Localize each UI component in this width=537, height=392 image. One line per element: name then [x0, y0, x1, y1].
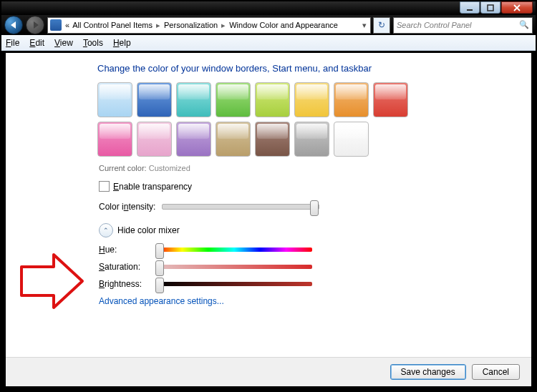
color-swatch-pumpkin[interactable]	[334, 82, 369, 117]
back-button[interactable]	[4, 16, 23, 34]
breadcrumb-sep-icon: ▸	[219, 21, 228, 30]
brightness-slider[interactable]	[156, 282, 312, 286]
color-swatch-violet[interactable]	[176, 122, 211, 157]
search-icon[interactable]: 🔍	[519, 20, 529, 30]
page-heading: Change the color of your window borders,…	[97, 63, 517, 74]
color-swatch-fuchsia[interactable]	[97, 122, 132, 157]
menu-file[interactable]: File	[6, 38, 19, 48]
menu-view[interactable]: View	[54, 38, 73, 48]
refresh-button[interactable]: ↻	[373, 17, 390, 34]
color-swatch-frost[interactable]	[334, 122, 369, 157]
transparency-checkbox[interactable]	[99, 181, 110, 192]
breadcrumb[interactable]: Personalization	[163, 21, 219, 29]
cancel-button[interactable]: Cancel	[472, 364, 520, 380]
mixer-toggle-label[interactable]: Hide color mixer	[117, 225, 180, 235]
mixer-toggle-button[interactable]: ⌃	[99, 223, 113, 237]
color-swatch-chocolate[interactable]	[255, 122, 290, 157]
refresh-icon: ↻	[378, 20, 385, 30]
color-swatch-twilight[interactable]	[137, 82, 172, 117]
color-swatch-sea[interactable]	[176, 82, 211, 117]
forward-button[interactable]	[26, 16, 44, 34]
address-bar[interactable]: « All Control Panel Items ▸ Personalizat…	[47, 17, 371, 34]
saturation-thumb[interactable]	[155, 260, 164, 276]
color-swatch-ruby[interactable]	[373, 82, 408, 117]
maximize-button[interactable]	[480, 1, 500, 14]
window-frame: « All Control Panel Items ▸ Personalizat…	[0, 0, 537, 392]
current-color-row: Current color: Customized	[99, 164, 517, 172]
back-arrow-icon	[11, 21, 16, 29]
content-area: Change the color of your window borders,…	[6, 53, 531, 358]
color-swatch-grid	[97, 82, 434, 157]
color-swatch-slate[interactable]	[294, 122, 329, 157]
breadcrumb-overflow[interactable]: «	[64, 21, 71, 29]
hue-thumb[interactable]	[155, 243, 164, 259]
breadcrumb[interactable]: All Control Panel Items	[71, 21, 154, 29]
search-placeholder: Search Control Panel	[397, 21, 472, 29]
save-changes-button[interactable]: Save changes	[390, 364, 466, 380]
close-button[interactable]	[501, 1, 533, 14]
current-color-value: Customized	[149, 164, 190, 172]
breadcrumb[interactable]: Window Color and Appearance	[228, 21, 339, 29]
intensity-slider[interactable]	[162, 204, 319, 210]
saturation-slider[interactable]	[156, 265, 312, 269]
menu-tools[interactable]: Tools	[83, 38, 103, 48]
search-input[interactable]: Search Control Panel 🔍	[393, 17, 533, 34]
color-swatch-sun[interactable]	[294, 82, 329, 117]
brightness-label: Brightness:	[99, 279, 152, 289]
color-swatch-lime[interactable]	[255, 82, 290, 117]
intensity-label: Color intensity:	[99, 202, 158, 212]
color-swatch-taupe[interactable]	[216, 122, 251, 157]
footer-bar: Save changes Cancel	[6, 357, 531, 386]
hue-label: Hue:	[99, 245, 152, 255]
nav-toolbar: « All Control Panel Items ▸ Personalizat…	[1, 15, 536, 35]
advanced-appearance-link[interactable]: Advanced appearance settings...	[99, 296, 517, 306]
transparency-label: Enable transparency	[113, 182, 192, 192]
hue-slider[interactable]	[156, 248, 312, 252]
svg-rect-1	[488, 5, 493, 11]
control-panel-icon	[50, 19, 62, 31]
titlebar[interactable]	[1, 1, 536, 15]
breadcrumb-sep-icon: ▸	[154, 21, 163, 30]
current-color-label: Current color:	[99, 164, 147, 172]
color-swatch-blush[interactable]	[137, 122, 172, 157]
svg-rect-0	[467, 9, 473, 11]
color-swatch-leaf[interactable]	[216, 82, 251, 117]
address-dropdown-icon[interactable]: ▾	[359, 21, 370, 30]
menu-edit[interactable]: Edit	[29, 38, 44, 48]
saturation-label: Saturation:	[99, 262, 152, 272]
menu-bar: File Edit View Tools Help	[1, 35, 536, 51]
color-swatch-sky[interactable]	[97, 82, 132, 117]
chevron-up-icon: ⌃	[103, 227, 109, 234]
forward-arrow-icon	[34, 21, 39, 29]
intensity-thumb[interactable]	[310, 200, 319, 216]
menu-help[interactable]: Help	[113, 38, 131, 48]
minimize-button[interactable]	[460, 1, 480, 14]
brightness-thumb[interactable]	[155, 278, 164, 293]
